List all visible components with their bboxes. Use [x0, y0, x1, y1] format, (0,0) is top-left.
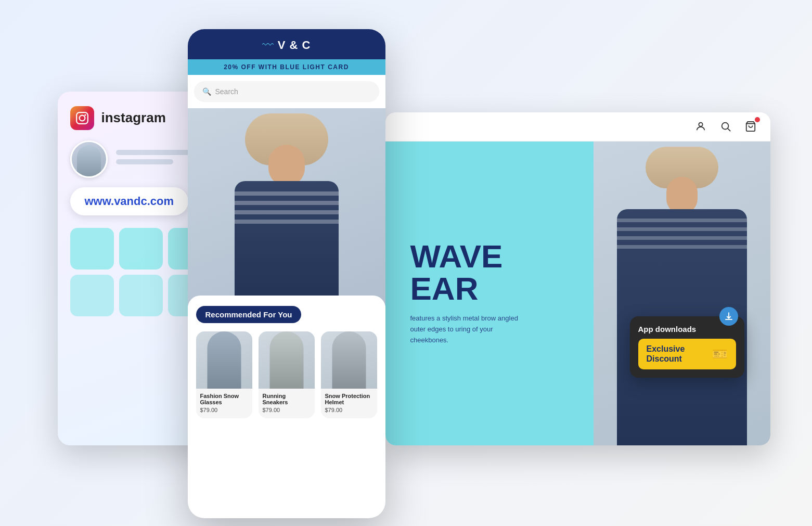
svg-point-2: [84, 114, 86, 116]
ig-grid-item: [70, 275, 114, 316]
ig-text-line-1: [116, 150, 192, 155]
mobile-hero-image: [188, 108, 385, 306]
cart-notification-dot: [755, 117, 760, 122]
rec-item-price-1: $79.00: [196, 407, 252, 413]
website-link[interactable]: www.vandc.com: [85, 195, 174, 208]
hero-description: features a stylish metal brow angled out…: [410, 313, 525, 345]
ig-avatar: [70, 140, 108, 178]
ticket-icon: 🎫: [712, 347, 728, 361]
ig-grid-item: [119, 275, 163, 316]
ig-grid-item: [70, 228, 114, 270]
rec-item-1[interactable]: Fashion Snow Glasses $79.00: [196, 331, 252, 418]
desktop-hero-section: WAVE EAR features a stylish metal brow a…: [385, 142, 770, 445]
instagram-logo-icon: [70, 106, 94, 130]
rec-item-name-1: Fashion Snow Glasses: [196, 389, 252, 407]
mobile-header: 〰 V & C: [188, 29, 385, 59]
desktop-navbar: [385, 112, 770, 142]
mobile-logo-text: V & C: [278, 39, 311, 52]
mobile-logo: 〰 V & C: [198, 39, 375, 52]
rec-item-3[interactable]: Snow Protection Helmet $79.00: [321, 331, 377, 418]
rec-item-name-3: Snow Protection Helmet: [321, 389, 377, 407]
instagram-name: instagram: [101, 110, 166, 126]
logo-icon: 〰: [262, 39, 274, 52]
svg-line-5: [728, 129, 730, 131]
recommendation-panel: Recommended For You Fashion Snow Glasses…: [188, 296, 385, 429]
desktop-hero-left: WAVE EAR features a stylish metal brow a…: [385, 142, 594, 445]
ig-grid-item: [119, 228, 163, 270]
svg-point-4: [721, 123, 728, 130]
recommended-for-you-badge: Recommended For You: [196, 306, 302, 323]
rec-item-price-3: $79.00: [321, 407, 377, 413]
recommended-items-list: Fashion Snow Glasses $79.00 Running Snea…: [196, 331, 377, 418]
desktop-hero-right: [594, 142, 770, 445]
app-popup-title: App downloads: [638, 325, 736, 333]
user-icon[interactable]: [693, 119, 708, 134]
mobile-app-card: 〰 V & C 20% OFF WITH BLUE LIGHT CARD 🔍 S…: [188, 29, 385, 518]
search-icon: 🔍: [202, 87, 211, 96]
website-badge[interactable]: www.vandc.com: [70, 187, 189, 215]
rec-item-2[interactable]: Running Sneakers $79.00: [259, 331, 315, 418]
svg-point-3: [699, 123, 702, 126]
svg-point-1: [79, 115, 85, 121]
app-download-popup: App downloads Exclusive Discount 🎫: [630, 316, 744, 377]
exclusive-discount-button[interactable]: Exclusive Discount 🎫: [638, 339, 736, 369]
marketing-scene: instagram www.vandc.com: [42, 29, 770, 497]
desktop-website-card: WAVE EAR features a stylish metal brow a…: [385, 112, 770, 445]
mobile-search-bar[interactable]: 🔍 Search: [194, 81, 379, 102]
cart-icon[interactable]: [743, 119, 758, 134]
download-icon: [719, 307, 738, 326]
svg-rect-0: [76, 112, 88, 124]
rec-item-name-2: Running Sneakers: [259, 389, 315, 407]
mobile-promo-bar: 20% OFF WITH BLUE LIGHT CARD: [188, 59, 385, 75]
rec-item-img-1: [196, 331, 252, 389]
ig-text-line-2: [116, 159, 173, 164]
hero-heading: WAVE EAR: [410, 240, 569, 305]
exclusive-discount-text: Exclusive Discount: [647, 344, 708, 364]
search-placeholder-text: Search: [215, 87, 238, 96]
rec-item-img-3: [321, 331, 377, 389]
rec-item-img-2: [259, 331, 315, 389]
rec-item-price-2: $79.00: [259, 407, 315, 413]
search-icon[interactable]: [718, 119, 733, 134]
